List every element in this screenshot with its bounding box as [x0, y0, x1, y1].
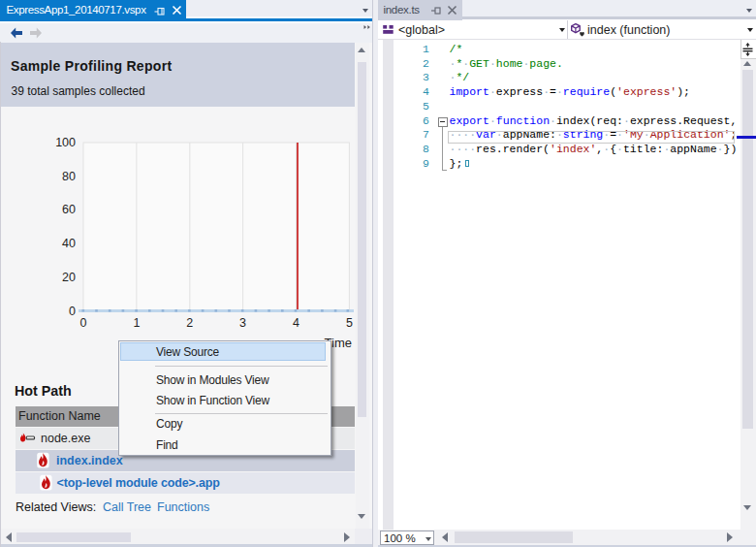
svg-text:20: 20 [62, 271, 76, 284]
svg-text:1: 1 [133, 316, 140, 330]
svg-text:2: 2 [186, 316, 193, 330]
svg-text:60: 60 [62, 203, 76, 216]
svg-text:3: 3 [239, 316, 246, 330]
svg-text:0: 0 [69, 305, 76, 318]
svg-text:40: 40 [62, 237, 76, 250]
svg-text:80: 80 [62, 170, 76, 183]
svg-text:4: 4 [293, 316, 299, 330]
svg-text:100: 100 [55, 136, 76, 149]
svg-text:5: 5 [346, 316, 353, 330]
svg-text:0: 0 [80, 316, 87, 330]
